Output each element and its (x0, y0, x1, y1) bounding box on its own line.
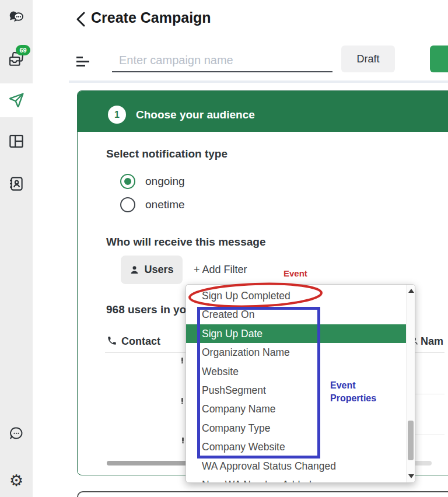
dropdown-item[interactable]: Organization Name (186, 343, 407, 362)
dropdown-item[interactable]: Company Name (186, 400, 407, 418)
sidebar: 69 (0, 0, 33, 497)
dropdown-item[interactable]: Created On (186, 305, 407, 324)
sort-lines-icon[interactable] (76, 56, 92, 69)
page-title: Create Campaign (91, 9, 211, 26)
add-filter-button[interactable]: + Add Filter (194, 264, 247, 276)
event-dropdown: Sign Up Completed Created On Sign Up Dat… (186, 284, 415, 483)
campaign-name-input[interactable] (112, 51, 332, 72)
users-button[interactable]: Users (121, 256, 183, 284)
next-section-card (77, 491, 448, 497)
audience-card-header (78, 91, 448, 132)
radio-dot (124, 178, 131, 185)
dropdown-item[interactable]: Website (186, 362, 407, 381)
table-row-fragment (181, 397, 185, 404)
dropdown-item[interactable]: Company Website (186, 438, 407, 456)
top-divider (69, 80, 448, 83)
dropdown-item[interactable]: WA Approval Status Changed (186, 457, 407, 475)
radio-onetime[interactable]: onetime (120, 197, 185, 212)
table-row-fragment (181, 357, 185, 363)
audience-count: 968 users in yo (106, 303, 186, 316)
radio-ongoing-label: ongoing (145, 175, 185, 188)
scroll-up-arrow-icon[interactable] (408, 289, 414, 293)
step-title: Choose your audience (136, 108, 255, 121)
horizontal-scrollbar-thumb[interactable] (107, 461, 191, 466)
create-campaign-screen: 69 (0, 0, 448, 497)
radio-ongoing[interactable]: ongoing (120, 174, 185, 189)
message-dots-icon (8, 425, 25, 442)
event-dropdown-list: Sign Up Completed Created On Sign Up Dat… (186, 286, 407, 483)
step-number-badge: 1 (108, 106, 126, 124)
contact-column-header: Contact (121, 335, 160, 348)
dropdown-item[interactable]: PushSegment (186, 381, 407, 400)
person-icon (130, 265, 139, 275)
sidebar-item-settings[interactable]: ⚙ (0, 464, 33, 496)
radio-onetime-circle[interactable] (120, 197, 135, 212)
notification-type-label: Select notification type (106, 148, 228, 160)
sidebar-item-campaigns-active[interactable] (0, 83, 33, 117)
dropdown-scrollbar[interactable] (406, 285, 415, 482)
draft-button[interactable]: Draft (341, 46, 395, 72)
sidebar-item-messages[interactable] (0, 417, 33, 450)
dropdown-item[interactable]: New WA Number Added (186, 475, 407, 483)
send-icon (8, 92, 25, 109)
sidebar-item-layout[interactable] (0, 125, 33, 158)
phone-icon (107, 335, 117, 346)
submit-button[interactable] (430, 46, 448, 72)
chats-icon (8, 9, 25, 26)
sidebar-item-contacts[interactable] (0, 167, 33, 200)
dropdown-scrollbar-thumb[interactable] (408, 421, 414, 460)
dropdown-item[interactable]: Sign Up Completed (186, 286, 407, 305)
inbox-count-badge: 69 (16, 45, 30, 55)
sidebar-item-chats[interactable] (0, 1, 33, 34)
settings-gear-icon: ⚙ (9, 473, 23, 488)
dropdown-item-selected[interactable]: Sign Up Date (186, 324, 407, 343)
name-column-header: Nam (421, 335, 443, 348)
dropdown-item[interactable]: Company Type (186, 419, 407, 438)
users-button-label: Users (144, 264, 173, 276)
layout-icon (8, 132, 25, 150)
receive-message-label: Who will receive this message (106, 236, 266, 249)
back-chevron-icon[interactable] (74, 10, 88, 28)
radio-onetime-label: onetime (145, 198, 185, 211)
contacts-book-icon (8, 175, 25, 192)
radio-ongoing-circle[interactable] (120, 174, 135, 189)
scroll-down-arrow-icon[interactable] (408, 474, 414, 478)
